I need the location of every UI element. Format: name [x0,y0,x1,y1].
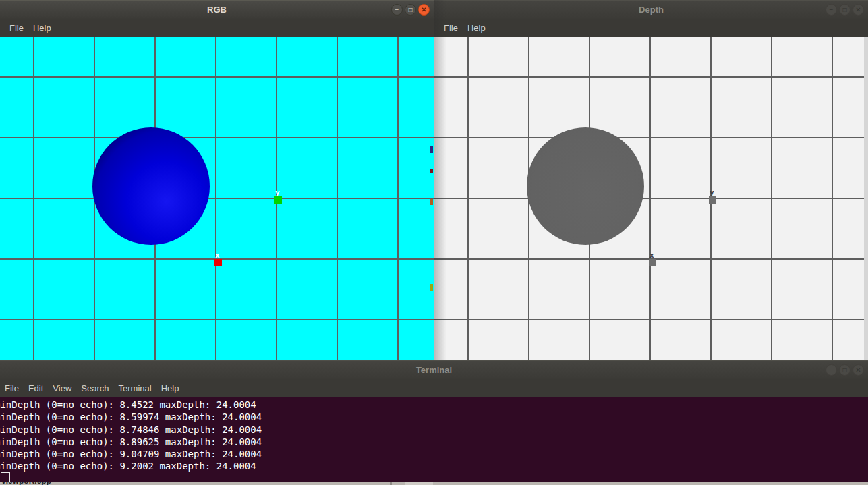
grid-line-horizontal [434,76,864,78]
close-button[interactable]: ✕ [418,4,430,16]
terminal-output: minDepth (0=no echo): 8.4522 maxDepth: 2… [0,399,262,473]
menu-item-help[interactable]: Help [463,21,490,35]
axis-marker-y [274,196,282,204]
minimize-icon: − [395,6,399,13]
depth-content: xy [434,37,868,360]
menu-item-help[interactable]: Help [156,381,184,395]
menu-item-file[interactable]: File [439,21,463,35]
axis-marker-x [214,259,222,266]
minimize-icon: − [830,366,834,374]
window-terminal: Terminal − □ ✕ FileEditViewSearchTermina… [0,360,868,482]
edge-artifact [430,146,433,153]
axis-marker-x [649,259,656,266]
menu-item-help[interactable]: Help [28,21,56,35]
background-window-tab-label: viewport.cpp [1,482,51,485]
menu-item-edit[interactable]: Edit [24,381,48,395]
rgb-titlebar[interactable]: RGB − □ ✕ [0,0,434,19]
axis-marker-y [709,196,716,204]
terminal-line: minDepth (0=no echo): 8.89625 maxDepth: … [0,436,262,448]
sliver-fragment [390,482,392,485]
close-icon: ✕ [421,6,426,13]
axis-marker-label-x: x [649,252,654,259]
minimize-icon: − [830,6,834,13]
terminal-line: minDepth (0=no echo): 8.4522 maxDepth: 2… [0,399,262,411]
rgb-menubar: FileHelp [0,19,434,37]
gray-sphere [527,127,644,245]
window-rgb: RGB − □ ✕ FileHelp xy [0,0,434,360]
maximize-button[interactable]: □ [839,4,850,16]
grid-line-horizontal [0,137,434,138]
grid-line-horizontal [434,137,864,138]
rgb-window-title: RGB [0,1,434,20]
close-button[interactable]: ✕ [852,364,864,376]
maximize-icon: □ [408,6,412,13]
terminal-output-area[interactable]: minDepth (0=no echo): 8.4522 maxDepth: 2… [0,397,868,482]
minimize-button[interactable]: − [391,4,403,16]
close-icon: ✕ [855,6,861,13]
edge-artifact [430,284,433,291]
close-button[interactable]: ✕ [852,4,864,16]
sliver-fragment [405,482,433,485]
menu-item-file[interactable]: File [5,21,28,35]
grid-line-horizontal [434,198,864,199]
maximize-button[interactable]: □ [839,364,850,376]
maximize-button[interactable]: □ [405,4,416,16]
terminal-line: minDepth (0=no echo): 8.74846 maxDepth: … [0,424,262,436]
background-window-sliver: viewport.cpp [0,482,868,485]
depth-menubar: FileHelp [434,19,868,37]
menu-item-file[interactable]: File [0,381,24,395]
rgb-image-viewport: xy [0,37,434,360]
terminal-window-title: Terminal [0,361,868,380]
menu-item-view[interactable]: View [48,381,76,395]
minimize-button[interactable]: − [826,4,837,16]
window-depth: Depth − □ ✕ FileHelp xy [434,0,868,360]
axis-marker-label-y: y [710,190,714,196]
depth-window-controls: − □ ✕ [826,4,864,16]
menu-item-search[interactable]: Search [76,381,113,395]
edge-artifact [430,169,433,173]
grid-line-horizontal [434,319,864,320]
terminal-titlebar[interactable]: Terminal − □ ✕ [0,360,868,379]
depth-right-strip [864,37,868,360]
axis-marker-label-y: y [275,190,280,196]
rgb-content: xy [0,37,434,360]
axis-marker-label-x: x [215,252,220,259]
terminal-cursor [1,472,10,482]
grid-line-horizontal [0,76,434,78]
edge-artifact [430,199,433,205]
terminal-menubar: FileEditViewSearchTerminalHelp [0,379,868,397]
depth-titlebar[interactable]: Depth − □ ✕ [434,0,868,19]
terminal-line: minDepth (0=no echo): 8.59974 maxDepth: … [0,411,262,423]
menu-item-terminal[interactable]: Terminal [114,381,156,395]
close-icon: ✕ [855,366,861,374]
rgb-window-controls: − □ ✕ [391,4,430,16]
terminal-window-controls: − □ ✕ [826,364,864,376]
terminal-line: minDepth (0=no echo): 9.04709 maxDepth: … [0,448,262,460]
grid-line-horizontal [0,319,434,320]
maximize-icon: □ [842,366,846,374]
grid-line-horizontal [0,198,434,199]
minimize-button[interactable]: − [826,364,837,376]
terminal-line: minDepth (0=no echo): 9.2002 maxDepth: 2… [0,460,262,472]
depth-image-viewport: xy [434,37,864,360]
blue-sphere [92,127,210,245]
depth-window-title: Depth [434,1,868,20]
maximize-icon: □ [842,6,846,13]
